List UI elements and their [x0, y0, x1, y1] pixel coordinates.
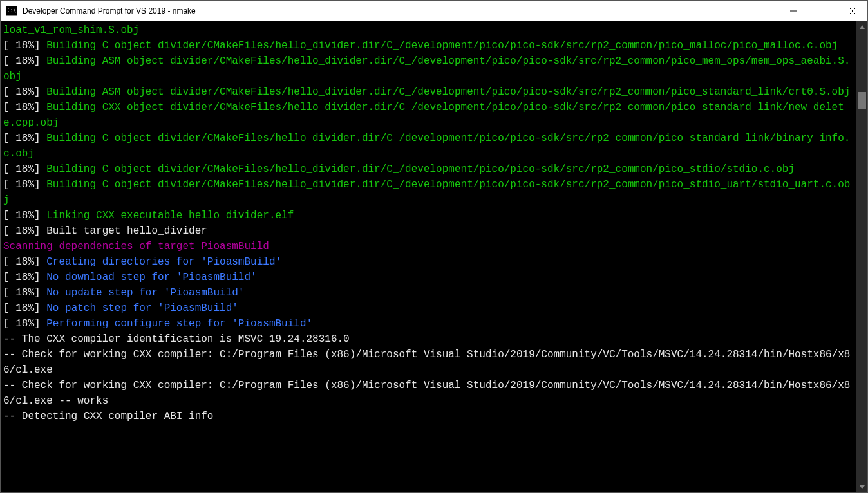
terminal-line: [ 18%] Building C object divider/CMakeFi… — [3, 38, 854, 53]
terminal-text-segment: [ 18%] — [3, 86, 46, 98]
scroll-thumb[interactable] — [858, 92, 866, 109]
terminal-text-segment: -- The CXX compiler identification is MS… — [3, 333, 350, 345]
terminal-text-segment: Scanning dependencies of target PioasmBu… — [3, 241, 269, 252]
terminal-text-segment: [ 18%] — [3, 40, 46, 51]
terminal-output[interactable]: loat_v1_rom_shim.S.obj[ 18%] Building C … — [1, 21, 856, 492]
terminal-line: [ 18%] Building CXX object divider/CMake… — [3, 100, 854, 131]
terminal-area: loat_v1_rom_shim.S.obj[ 18%] Building C … — [1, 21, 867, 492]
terminal-text-segment: [ 18%] — [3, 287, 46, 299]
terminal-text-segment: [ 18%] — [3, 210, 46, 221]
terminal-text-segment: Performing configure step for 'PioasmBui… — [46, 318, 312, 330]
titlebar[interactable]: C:\ Developer Command Prompt for VS 2019… — [1, 1, 867, 21]
window-title: Developer Command Prompt for VS 2019 - n… — [23, 6, 778, 15]
terminal-line: [ 18%] Building C object divider/CMakeFi… — [3, 162, 854, 177]
terminal-text-segment: [ 18%] — [3, 179, 46, 191]
svg-rect-1 — [820, 8, 826, 14]
terminal-text-segment: -- Detecting CXX compiler ABI info — [3, 411, 213, 422]
terminal-text-segment: [ 18%] — [3, 55, 46, 67]
terminal-text-segment: [ 18%] — [3, 102, 46, 113]
terminal-text-segment: Linking CXX executable hello_divider.elf — [46, 210, 294, 221]
terminal-line: [ 18%] Performing configure step for 'Pi… — [3, 316, 854, 331]
terminal-line: [ 18%] Creating directories for 'PioasmB… — [3, 254, 854, 270]
terminal-text-segment: [ 18%] Built target hello_divider — [3, 225, 207, 237]
terminal-line: [ 18%] Building C object divider/CMakeFi… — [3, 131, 854, 162]
chevron-down-icon — [860, 485, 865, 489]
terminal-line: [ 18%] No update step for 'PioasmBuild' — [3, 285, 854, 301]
terminal-line: -- Check for working CXX compiler: C:/Pr… — [3, 347, 854, 378]
window-controls — [778, 1, 867, 21]
terminal-text-segment: Building C object divider/CMakeFiles/hel… — [46, 40, 838, 51]
terminal-text-segment: loat_v1_rom_shim.S.obj — [3, 24, 139, 36]
maximize-icon — [820, 8, 826, 14]
maximize-button[interactable] — [808, 1, 838, 21]
terminal-line: [ 18%] No download step for 'PioasmBuild… — [3, 270, 854, 285]
chevron-up-icon — [860, 25, 865, 29]
app-icon: C:\ — [6, 6, 17, 16]
terminal-line: [ 18%] Built target hello_divider — [3, 223, 854, 239]
scroll-down-button[interactable] — [856, 481, 867, 492]
terminal-text-segment: Building CXX object divider/CMakeFiles/h… — [3, 102, 844, 129]
terminal-text-segment: Building C object divider/CMakeFiles/hel… — [3, 133, 850, 160]
terminal-text-segment: Creating directories for 'PioasmBuild' — [46, 256, 281, 268]
minimize-icon — [790, 8, 797, 14]
window-frame: C:\ Developer Command Prompt for VS 2019… — [0, 0, 868, 493]
scrollbar-vertical[interactable] — [856, 21, 867, 492]
terminal-line: [ 18%] Linking CXX executable hello_divi… — [3, 208, 854, 223]
terminal-text-segment: [ 18%] — [3, 318, 46, 330]
terminal-line: [ 18%] Building ASM object divider/CMake… — [3, 84, 854, 100]
terminal-text-segment: No download step for 'PioasmBuild' — [46, 272, 256, 283]
terminal-text-segment: Building C object divider/CMakeFiles/hel… — [3, 179, 850, 206]
terminal-text-segment: [ 18%] — [3, 133, 46, 144]
scroll-up-button[interactable] — [856, 21, 867, 32]
terminal-text-segment: [ 18%] — [3, 272, 46, 283]
terminal-line: [ 18%] No patch step for 'PioasmBuild' — [3, 301, 854, 316]
terminal-text-segment: No update step for 'PioasmBuild' — [46, 287, 244, 299]
terminal-line: Scanning dependencies of target PioasmBu… — [3, 239, 854, 254]
terminal-line: [ 18%] Building C object divider/CMakeFi… — [3, 177, 854, 208]
terminal-line: -- Detecting CXX compiler ABI info — [3, 409, 854, 424]
terminal-text-segment: [ 18%] — [3, 256, 46, 268]
terminal-text-segment: Building C object divider/CMakeFiles/hel… — [46, 163, 795, 175]
terminal-text-segment: [ 18%] — [3, 163, 46, 175]
terminal-text-segment: No patch step for 'PioasmBuild' — [46, 302, 238, 314]
terminal-line: [ 18%] Building ASM object divider/CMake… — [3, 53, 854, 84]
terminal-text-segment: -- Check for working CXX compiler: C:/Pr… — [3, 380, 850, 407]
terminal-line: -- The CXX compiler identification is MS… — [3, 331, 854, 347]
minimize-button[interactable] — [778, 1, 808, 21]
terminal-line: -- Check for working CXX compiler: C:/Pr… — [3, 378, 854, 409]
terminal-text-segment: [ 18%] — [3, 302, 46, 314]
terminal-line: loat_v1_rom_shim.S.obj — [3, 23, 854, 38]
terminal-text-segment: Building ASM object divider/CMakeFiles/h… — [46, 86, 850, 98]
close-icon — [849, 7, 856, 15]
terminal-text-segment: Building ASM object divider/CMakeFiles/h… — [3, 55, 850, 82]
terminal-text-segment: -- Check for working CXX compiler: C:/Pr… — [3, 349, 850, 376]
close-button[interactable] — [838, 1, 867, 21]
